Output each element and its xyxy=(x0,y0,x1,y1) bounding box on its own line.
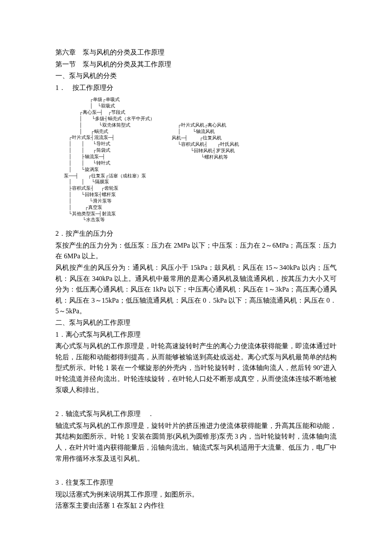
classification-diagrams: ┌单级┌单吸式 │ └双吸式 ┌离心泵─┤ ┌节段式 │ └多级┤蜗壳式（水平中… xyxy=(55,96,337,223)
pressure-fan-text: 风机按产生的风压分为：通风机：风压小于 15kPa；鼓风机：风压在 15～340… xyxy=(55,262,337,317)
reciprocating-text-2: 活塞泵主要由活塞 1 在泵缸 2 内作往 xyxy=(55,500,337,511)
centrifugal-principle-text: 离心式泵与风机的工作原理是，叶轮高速旋转时产生的离心力使流体获得能量，即流体通过… xyxy=(55,341,337,395)
fan-tree-diagram: ┌叶片式风机┌离心风机 │ └轴流风机 风机─┤ ┌往复风机 └容积式风机┤ ┌… xyxy=(172,122,239,160)
section-title: 第一节 泵与风机的分类及其工作原理 xyxy=(55,59,337,70)
paragraph-spacer xyxy=(55,464,337,477)
item-1-1: 1． 按工作原理分 xyxy=(55,82,337,93)
item-2-3: 3．往复泵工作原理 xyxy=(55,477,337,488)
reciprocating-text-1: 现以活塞式为例来说明其工作原理，如图所示。 xyxy=(55,489,337,500)
axial-principle-text: 轴流式泵与风机的工作原理是，旋转叶片的挤压推进力使流体获得能量，升高其压能和动能… xyxy=(55,420,337,464)
subsection-2: 二、泵与风机的工作原理 xyxy=(55,317,337,328)
pressure-pump-text: 泵按产生的压力分为：低压泵：压力在 2MPa 以下；中压泵：压力在 2～6MPa… xyxy=(55,240,337,262)
paragraph-spacer xyxy=(55,396,337,408)
subsection-1: 一、泵与风机的分类 xyxy=(55,70,337,81)
chapter-title: 第六章 泵与风机的分类及工作原理 xyxy=(55,47,337,58)
item-2-1: 1．离心式泵与风机工作原理 xyxy=(55,329,337,340)
item-2-2: 2．轴流式泵与风机工作原理 ． xyxy=(55,408,337,419)
item-1-2: 2．按产生的压力分 xyxy=(55,228,337,239)
pump-tree-diagram: ┌单级┌单吸式 │ └双吸式 ┌离心泵─┤ ┌节段式 │ └多级┤蜗壳式（水平中… xyxy=(64,96,155,223)
